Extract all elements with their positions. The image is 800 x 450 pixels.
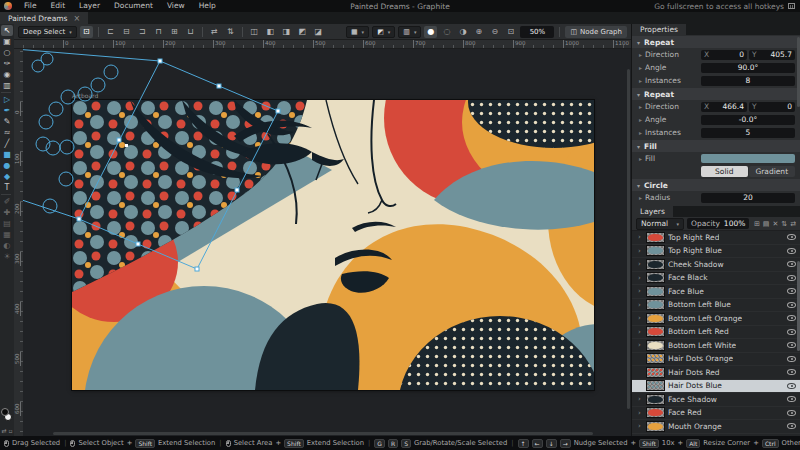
layer-expand-icon[interactable]: › bbox=[638, 328, 643, 336]
layer-expand-icon[interactable]: › bbox=[638, 233, 643, 241]
radius-field[interactable]: 20 bbox=[701, 193, 795, 203]
brush-tool[interactable]: ✐ bbox=[1, 196, 13, 207]
layer-row[interactable]: › Top Right Red bbox=[632, 231, 800, 245]
direction-y-field[interactable]: Y 405.7 bbox=[749, 50, 795, 60]
overlay-mode-dropdown[interactable]: ◩ ▾ bbox=[372, 26, 395, 38]
visibility-eye-icon[interactable] bbox=[787, 423, 796, 429]
visibility-eye-icon[interactable] bbox=[787, 356, 796, 362]
layer-expand-icon[interactable]: › bbox=[638, 287, 643, 295]
align-center-h-icon[interactable]: ⊟ bbox=[120, 26, 133, 38]
selection-mode-dropdown[interactable]: Deep Select ▾ bbox=[18, 26, 77, 38]
color-swatches[interactable] bbox=[1, 408, 13, 422]
layer-row[interactable]: › Bottom Left Orange bbox=[632, 312, 800, 326]
visibility-eye-icon[interactable] bbox=[787, 275, 796, 281]
layer-row[interactable]: Hair Dots Red bbox=[632, 366, 800, 380]
align-top-icon[interactable]: ⊓ bbox=[152, 26, 165, 38]
direction-y-field[interactable]: Y 0 bbox=[749, 102, 795, 112]
fill-color-swatch[interactable] bbox=[701, 154, 795, 163]
artboard-label[interactable]: Artboard bbox=[72, 92, 98, 99]
menu-help[interactable]: Help bbox=[192, 0, 223, 12]
canvas-vertical-scrollbar[interactable] bbox=[627, 69, 630, 409]
layer-row[interactable]: › Face Shadow bbox=[632, 393, 800, 407]
direction-x-field[interactable]: X 466.4 bbox=[701, 102, 747, 112]
eyedropper-tool[interactable]: ✑ bbox=[1, 58, 13, 69]
artboard[interactable] bbox=[72, 100, 594, 390]
menu-file[interactable]: File bbox=[17, 0, 44, 12]
move-layer-icon[interactable]: ⇅ bbox=[781, 220, 787, 228]
view-mode-dropdown[interactable]: ▦ ▾ bbox=[346, 26, 369, 38]
angle-field[interactable]: 90.0° bbox=[701, 63, 795, 73]
layer-row[interactable]: › Bottom Left Blue bbox=[632, 299, 800, 313]
blend-mode-dropdown[interactable]: Normal ▾ bbox=[636, 218, 684, 230]
node-graph-button[interactable]: ◫ Node Graph bbox=[565, 26, 627, 38]
select-tool[interactable]: ↖ bbox=[1, 25, 13, 36]
menu-layer[interactable]: Layer bbox=[72, 0, 107, 12]
layer-expand-icon[interactable]: › bbox=[638, 301, 643, 309]
layer-expand-icon[interactable]: › bbox=[638, 409, 643, 417]
layer-row[interactable]: › Face Blue bbox=[632, 285, 800, 299]
flip-horizontal-icon[interactable]: ⇄ bbox=[208, 26, 221, 38]
view-fill-solid-icon[interactable]: ● bbox=[424, 26, 437, 38]
canvas-viewport[interactable]: Artboard bbox=[23, 49, 631, 436]
align-right-icon[interactable]: ⊐ bbox=[136, 26, 149, 38]
section-fill[interactable]: ▾ Fill bbox=[632, 140, 800, 152]
visibility-eye-icon[interactable] bbox=[787, 248, 796, 254]
visibility-eye-icon[interactable] bbox=[787, 288, 796, 294]
patch-tool[interactable]: ▦ bbox=[1, 229, 13, 240]
layer-expand-icon[interactable]: › bbox=[638, 274, 643, 282]
boolean-subtract-back-icon[interactable]: ◨ bbox=[280, 26, 293, 38]
boolean-difference-icon[interactable]: ◪ bbox=[312, 26, 325, 38]
direction-x-field[interactable]: X 0 bbox=[701, 50, 747, 60]
document-tab[interactable]: Painted Dreams × bbox=[0, 12, 88, 24]
visibility-eye-icon[interactable] bbox=[787, 369, 796, 375]
relight-tool[interactable]: ☀ bbox=[1, 251, 13, 262]
fill-tool[interactable]: ◉ bbox=[1, 69, 13, 80]
vertical-ruler[interactable]: 0100200300400500600 bbox=[14, 49, 23, 436]
section-repeat-1[interactable]: ▾ Repeat bbox=[632, 36, 800, 48]
tab-properties[interactable]: Properties bbox=[632, 24, 686, 35]
layer-row[interactable]: › Mouth Orange bbox=[632, 420, 800, 434]
fill-solid-button[interactable]: Solid bbox=[701, 166, 748, 177]
primary-color-swatch[interactable] bbox=[1, 408, 9, 416]
menu-edit[interactable]: Edit bbox=[44, 0, 73, 12]
section-repeat-2[interactable]: ▾ Repeat bbox=[632, 88, 800, 100]
delete-layer-icon[interactable]: ✕ bbox=[772, 220, 778, 228]
visibility-eye-icon[interactable] bbox=[787, 315, 796, 321]
align-left-icon[interactable]: ⊏ bbox=[104, 26, 117, 38]
path-tool[interactable]: ▷ bbox=[1, 94, 13, 105]
close-tab-icon[interactable]: × bbox=[73, 14, 80, 23]
visibility-eye-icon[interactable] bbox=[787, 261, 796, 267]
detail-tool[interactable]: ◐ bbox=[1, 240, 13, 251]
horizontal-ruler[interactable]: 010020030040050060070080090010001100 bbox=[14, 40, 631, 49]
fullscreen-icon[interactable] bbox=[788, 3, 795, 9]
freehand-tool[interactable]: ✎ bbox=[1, 116, 13, 127]
line-tool[interactable]: ╱ bbox=[1, 138, 13, 149]
zoom-level-field[interactable]: 50% bbox=[520, 26, 554, 38]
layer-expand-icon[interactable]: › bbox=[638, 260, 643, 268]
align-center-v-icon[interactable]: ⊞ bbox=[168, 26, 181, 38]
boolean-union-icon[interactable]: ◫ bbox=[248, 26, 261, 38]
zoom-in-icon[interactable]: ⊕ bbox=[472, 26, 485, 38]
heal-tool[interactable]: ✚ bbox=[1, 207, 13, 218]
artboard-tool[interactable]: ▣ bbox=[1, 36, 13, 47]
layer-expand-icon[interactable]: › bbox=[638, 247, 643, 255]
layer-row[interactable]: Hair Dots Blue bbox=[632, 380, 800, 394]
pivot-icon[interactable]: ⊡ bbox=[80, 26, 93, 38]
layer-expand-icon[interactable]: › bbox=[638, 395, 643, 403]
snapping-mode-dropdown[interactable]: ▥ ▾ bbox=[398, 26, 421, 38]
tab-layers[interactable]: Layers bbox=[632, 206, 673, 217]
view-fill-split-icon[interactable]: ◑ bbox=[456, 26, 469, 38]
text-tool[interactable]: T bbox=[1, 182, 13, 193]
spline-tool[interactable]: ≈ bbox=[1, 127, 13, 138]
visibility-eye-icon[interactable] bbox=[787, 410, 796, 416]
layer-row[interactable]: › Top Right Blue bbox=[632, 245, 800, 259]
rectangle-tool[interactable]: ■ bbox=[1, 149, 13, 160]
polygon-tool[interactable]: ◆ bbox=[1, 171, 13, 182]
layer-expand-icon[interactable]: › bbox=[638, 314, 643, 322]
reset-swatches-icon[interactable]: ▫ bbox=[8, 427, 12, 434]
pen-tool[interactable]: ✒ bbox=[1, 105, 13, 116]
canvas-horizontal-scrollbar[interactable] bbox=[53, 432, 593, 435]
zoom-reset-icon[interactable]: ⊡ bbox=[504, 26, 517, 38]
boolean-subtract-front-icon[interactable]: ◧ bbox=[264, 26, 277, 38]
new-layer-icon[interactable]: ⊞ bbox=[754, 220, 760, 228]
